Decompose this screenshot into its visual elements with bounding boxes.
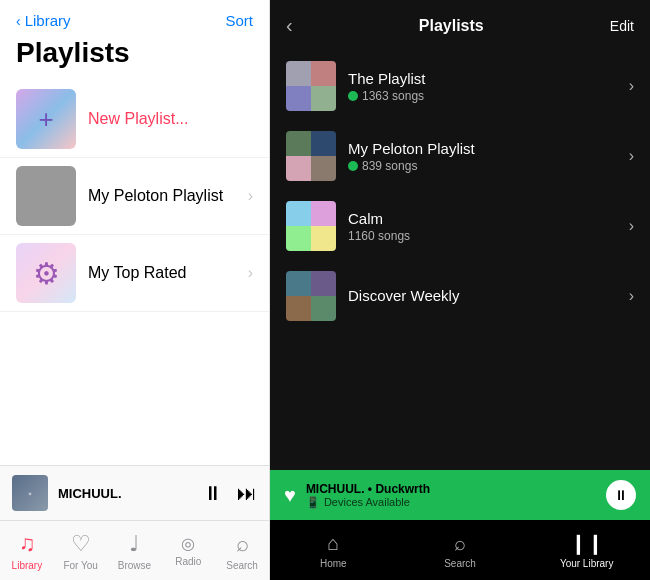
playlist-thumbnail [286,61,336,111]
top-rated-thumb: ⚙ [16,243,76,303]
pause-button[interactable]: ⏸ [203,482,223,505]
left-now-playing: ▪ MICHUUL. ⏸ ⏭ [0,465,269,520]
chevron-right-icon: › [629,217,634,235]
list-item[interactable]: Discover Weekly › [270,261,650,331]
nav-label: Your Library [560,558,614,569]
nav-label: Home [320,558,347,569]
library-icon: ♫ [19,531,36,557]
nav-item-radio[interactable]: ◎ Radio [161,534,215,567]
list-item[interactable]: The Playlist 1363 songs › [270,51,650,121]
list-item[interactable]: My Peloton Playlist 839 songs › [270,121,650,191]
library-icon: ❙❙ [570,531,604,555]
nav-label: For You [63,560,97,571]
nav-item-search[interactable]: ⌕ Search [215,531,269,571]
list-item[interactable]: ⚙ My Top Rated › [0,235,269,312]
search-icon: ⌕ [454,532,466,555]
right-now-playing: ♥ MICHUUL. • Duckwrth 📱 Devices Availabl… [270,470,650,520]
right-header: ‹ Playlists Edit [270,0,650,51]
browse-icon: ♩ [129,531,139,557]
song-count: 1160 songs [348,229,410,243]
heart-icon: ♡ [71,531,91,557]
search-icon: ⌕ [236,531,249,557]
player-device-info: 📱 Devices Available [306,496,596,509]
new-playlist-thumb: + [16,89,76,149]
new-playlist-label: New Playlist... [88,110,188,127]
skip-button[interactable]: ⏭ [237,482,257,505]
active-indicator [348,161,358,171]
nav-label: Library [12,560,43,571]
nav-item-search[interactable]: ⌕ Search [397,532,524,569]
nav-label: Radio [175,556,201,567]
pause-button[interactable]: ⏸ [606,480,636,510]
right-page-title: Playlists [419,17,484,35]
player-controls: ⏸ ⏭ [203,482,257,505]
playlist-name: My Top Rated [88,264,186,281]
nav-label: Search [444,558,476,569]
playlist-thumbnail [286,201,336,251]
playlist-list: + New Playlist... My Peloton Playlist › … [0,81,269,465]
song-count: 839 songs [362,159,417,173]
gear-icon: ⚙ [33,256,60,291]
list-item[interactable]: Calm 1160 songs › [270,191,650,261]
home-icon: ⌂ [327,532,339,555]
back-button[interactable]: ‹ Library [16,12,71,29]
right-bottom-nav: ⌂ Home ⌕ Search ❙❙ Your Library [270,520,650,580]
list-item[interactable]: + New Playlist... [0,81,269,158]
radio-icon: ◎ [181,534,195,553]
playlist-thumbnail [286,131,336,181]
chevron-left-icon: ‹ [16,13,21,29]
plus-icon: + [38,104,53,135]
playlist-name: Calm [348,210,629,227]
playlist-thumbnail [286,271,336,321]
right-playlist-list: The Playlist 1363 songs › My Peloton Pla… [270,51,650,470]
nav-item-home[interactable]: ⌂ Home [270,532,397,569]
player-track-name: MICHUUL. [58,486,203,501]
back-label: Library [25,12,71,29]
left-panel: ‹ Library Sort Playlists + New Playlist.… [0,0,270,580]
peloton-thumb [16,166,76,226]
playlist-name: Discover Weekly [348,287,629,304]
song-count: 1363 songs [362,89,424,103]
playlist-name: My Peloton Playlist [88,187,223,204]
left-header: ‹ Library Sort [0,0,269,33]
right-back-button[interactable]: ‹ [286,14,293,37]
nav-label: Search [226,560,258,571]
nav-label: Browse [118,560,151,571]
nav-item-library[interactable]: ♫ Library [0,531,54,571]
nav-item-library[interactable]: ❙❙ Your Library [523,531,650,569]
player-thumbnail: ▪ [12,475,48,511]
right-edit-button[interactable]: Edit [610,18,634,34]
nav-item-browse[interactable]: ♩ Browse [108,531,162,571]
playlist-name: The Playlist [348,70,629,87]
chevron-right-icon: › [248,187,253,205]
chevron-right-icon: › [629,147,634,165]
list-item[interactable]: My Peloton Playlist › [0,158,269,235]
devices-icon: 📱 [306,496,320,509]
heart-icon[interactable]: ♥ [284,484,296,507]
player-track-name: MICHUUL. • Duckwrth [306,482,596,496]
chevron-right-icon: › [248,264,253,282]
right-panel: ‹ Playlists Edit The Playlist 1363 songs [270,0,650,580]
page-title: Playlists [0,33,269,81]
playlist-name: My Peloton Playlist [348,140,629,157]
chevron-right-icon: › [629,77,634,95]
nav-item-foryou[interactable]: ♡ For You [54,531,108,571]
left-bottom-nav: ♫ Library ♡ For You ♩ Browse ◎ Radio ⌕ S… [0,520,269,580]
active-indicator [348,91,358,101]
sort-button[interactable]: Sort [225,12,253,29]
chevron-right-icon: › [629,287,634,305]
